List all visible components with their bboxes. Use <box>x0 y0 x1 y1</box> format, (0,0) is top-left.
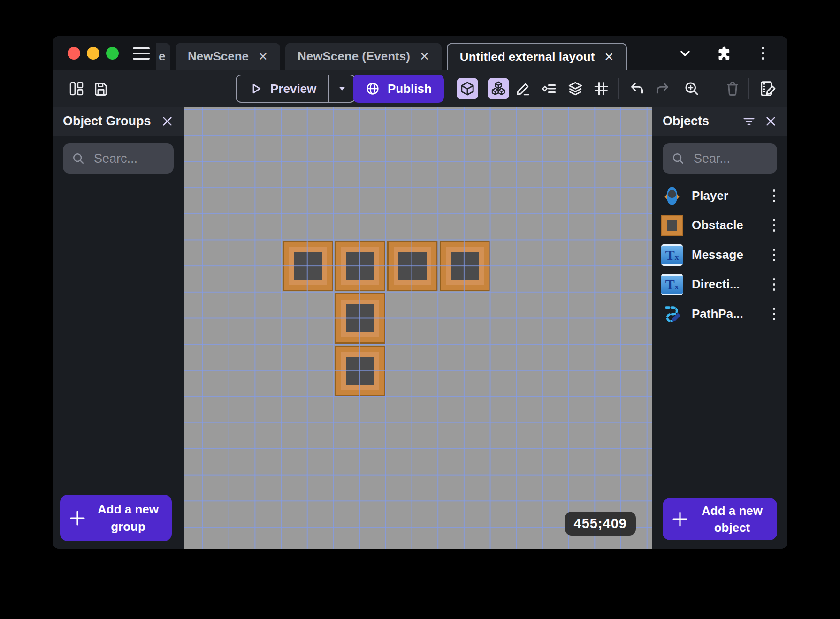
tab-newscene[interactable]: NewScene✕ <box>176 43 280 70</box>
play-icon <box>249 82 263 96</box>
obstacle-tile-instance[interactable] <box>440 241 490 291</box>
objects-list: PlayerObstacleTxMessageTxDirecti...PathP… <box>652 181 787 329</box>
publish-button[interactable]: Publish <box>353 75 444 103</box>
object-menu-icon[interactable] <box>767 278 781 291</box>
toolbar-divider <box>748 78 749 99</box>
obstacle-tile-instance[interactable] <box>335 241 385 291</box>
preview-split-button: Preview <box>236 75 356 103</box>
preview-options-dropdown[interactable] <box>328 75 355 102</box>
cubes-stack-icon <box>490 80 507 97</box>
publish-label: Publish <box>388 82 432 96</box>
main-content: Object Groups Searc... Add a newgroup 45 <box>53 107 787 549</box>
add-object-label: Add a newobject <box>695 502 770 536</box>
toolbar-divider <box>618 78 619 99</box>
layers-icon[interactable] <box>567 80 584 97</box>
object-name: PathPa... <box>692 307 758 321</box>
objects-editor-toggle[interactable] <box>457 78 478 99</box>
delete-icon[interactable] <box>724 80 741 97</box>
object-row-pathpa-[interactable]: PathPa... <box>652 299 787 329</box>
tab-close-icon[interactable]: ✕ <box>258 50 268 63</box>
group-search-placeholder: Searc... <box>94 151 137 166</box>
add-object-button[interactable]: Add a newobject <box>663 498 777 540</box>
path-object-icon <box>661 303 683 325</box>
objects-panel: Objects Sear... PlayerObstacleTxMessageT… <box>652 107 787 549</box>
objects-title: Objects <box>663 114 733 128</box>
project-manager-icon[interactable] <box>68 80 85 97</box>
obstacle-tile-instance[interactable] <box>335 293 385 344</box>
object-menu-icon[interactable] <box>767 249 781 261</box>
close-window-button[interactable] <box>68 47 80 60</box>
tab-close-icon[interactable]: ✕ <box>420 50 429 63</box>
plus-icon <box>68 508 87 528</box>
plus-icon <box>670 509 690 529</box>
filter-icon[interactable] <box>742 114 756 128</box>
instances-list-icon[interactable] <box>541 80 557 97</box>
add-group-button[interactable]: Add a newgroup <box>60 495 172 541</box>
object-search-input[interactable]: Sear... <box>663 143 777 174</box>
object-search-placeholder: Sear... <box>694 151 730 166</box>
object-groups-header: Object Groups <box>53 107 184 136</box>
obstacle-tile-instance[interactable] <box>283 241 333 291</box>
undo-icon[interactable] <box>629 80 646 97</box>
object-row-player[interactable]: Player <box>652 181 787 211</box>
app-window: eNewScene✕NewScene (Events)✕Untitled ext… <box>53 36 787 549</box>
main-menu-icon[interactable] <box>133 47 150 60</box>
tab-strip: eNewScene✕NewScene (Events)✕Untitled ext… <box>156 36 670 70</box>
object-menu-icon[interactable] <box>767 219 781 232</box>
chevron-down-icon[interactable] <box>678 46 693 61</box>
preview-button[interactable]: Preview <box>237 75 328 102</box>
object-groups-title: Object Groups <box>63 114 153 128</box>
preview-label: Preview <box>270 82 316 96</box>
obstacle-object-icon <box>661 214 683 237</box>
obstacle-tile-instance[interactable] <box>387 241 438 291</box>
object-row-directi-[interactable]: TxDirecti... <box>652 270 787 299</box>
object-menu-icon[interactable] <box>767 189 781 202</box>
tab-bar: eNewScene✕NewScene (Events)✕Untitled ext… <box>53 36 787 70</box>
tab-label: NewScene (Events) <box>298 49 410 64</box>
text-object-icon: Tx <box>661 244 683 266</box>
tab-newscene-events-[interactable]: NewScene (Events)✕ <box>285 43 442 70</box>
tab-close-icon[interactable]: ✕ <box>604 50 614 64</box>
group-search-input[interactable]: Searc... <box>63 143 174 174</box>
obstacle-tile-instance[interactable] <box>335 346 385 396</box>
search-icon <box>671 151 685 166</box>
zoom-in-icon[interactable] <box>683 80 700 97</box>
tab-label: e <box>159 49 165 64</box>
more-options-icon[interactable] <box>756 47 770 60</box>
save-icon[interactable] <box>92 80 109 97</box>
traffic-lights <box>68 47 119 60</box>
cursor-coordinates-badge: 455;409 <box>565 512 636 536</box>
tab-e[interactable]: e <box>156 43 170 70</box>
caret-down-icon <box>336 83 348 95</box>
cube-3d-icon <box>459 81 475 97</box>
tabbar-right-controls <box>678 45 770 61</box>
close-panel-icon[interactable] <box>764 115 777 128</box>
tab-label: NewScene <box>188 49 249 64</box>
grid-icon[interactable] <box>593 80 610 97</box>
extensions-puzzle-icon[interactable] <box>716 45 732 61</box>
instances-editor-toggle[interactable] <box>488 78 509 99</box>
player-object-icon <box>661 185 683 207</box>
text-object-icon: Tx <box>661 273 683 296</box>
tab-label: Untitled external layout <box>460 50 595 64</box>
scene-canvas[interactable]: 455;409 <box>184 107 652 549</box>
add-group-label: Add a newgroup <box>92 501 164 535</box>
edit-scene-events-icon[interactable] <box>758 79 777 98</box>
objects-header: Objects <box>652 107 787 136</box>
toolbar: Preview Publish <box>53 70 787 107</box>
minimize-window-button[interactable] <box>87 47 99 60</box>
object-name: Message <box>692 248 758 262</box>
object-menu-icon[interactable] <box>767 308 781 320</box>
object-name: Player <box>692 189 758 203</box>
redo-icon[interactable] <box>654 80 671 97</box>
zoom-window-button[interactable] <box>106 47 119 60</box>
search-icon <box>71 151 85 166</box>
object-row-obstacle[interactable]: Obstacle <box>652 211 787 240</box>
object-name: Obstacle <box>692 218 758 233</box>
object-name: Directi... <box>692 277 758 292</box>
tab-untitled-external-layout[interactable]: Untitled external layout✕ <box>447 43 627 70</box>
object-row-message[interactable]: TxMessage <box>652 240 787 270</box>
globe-icon <box>365 81 380 96</box>
close-panel-icon[interactable] <box>161 115 174 128</box>
edit-pencil-icon[interactable] <box>515 80 532 97</box>
